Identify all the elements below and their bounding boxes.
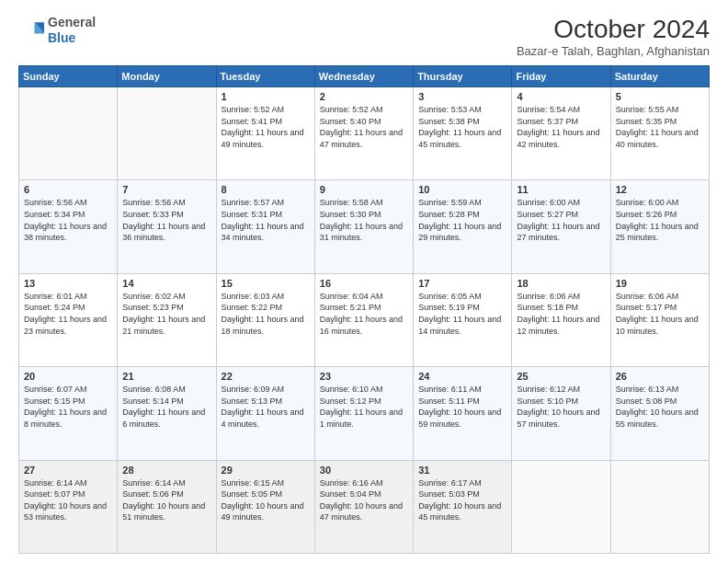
day-number: 24: [418, 371, 506, 382]
day-details: Sunrise: 5:52 AM Sunset: 5:40 PM Dayligh…: [320, 104, 408, 150]
week-row-1: 1Sunrise: 5:52 AM Sunset: 5:41 PM Daylig…: [19, 87, 710, 180]
weekday-header-row: SundayMondayTuesdayWednesdayThursdayFrid…: [19, 66, 710, 87]
day-number: 3: [418, 91, 506, 102]
month-title: October 2024: [517, 15, 710, 44]
day-number: 19: [616, 278, 704, 289]
week-row-4: 20Sunrise: 6:07 AM Sunset: 5:15 PM Dayli…: [19, 367, 710, 460]
calendar-cell: 28Sunrise: 6:14 AM Sunset: 5:06 PM Dayli…: [118, 460, 216, 553]
calendar-cell: 3Sunrise: 5:53 AM Sunset: 5:38 PM Daylig…: [414, 87, 512, 180]
day-number: 1: [222, 91, 310, 102]
day-number: 14: [122, 278, 210, 289]
day-number: 13: [24, 278, 112, 289]
day-number: 15: [222, 278, 310, 289]
day-details: Sunrise: 6:17 AM Sunset: 5:03 PM Dayligh…: [418, 477, 506, 523]
day-number: 17: [418, 278, 506, 289]
calendar-cell: 22Sunrise: 6:09 AM Sunset: 5:13 PM Dayli…: [216, 367, 314, 460]
calendar-cell: 23Sunrise: 6:10 AM Sunset: 5:12 PM Dayli…: [314, 367, 413, 460]
calendar-cell: 8Sunrise: 5:57 AM Sunset: 5:31 PM Daylig…: [216, 180, 314, 273]
day-number: 10: [418, 184, 506, 195]
day-number: 26: [616, 371, 704, 382]
day-details: Sunrise: 6:12 AM Sunset: 5:10 PM Dayligh…: [517, 384, 605, 430]
calendar-cell: 19Sunrise: 6:06 AM Sunset: 5:17 PM Dayli…: [610, 273, 709, 366]
calendar-cell: 10Sunrise: 5:59 AM Sunset: 5:28 PM Dayli…: [414, 180, 512, 273]
weekday-header-monday: Monday: [118, 66, 216, 87]
day-details: Sunrise: 6:00 AM Sunset: 5:26 PM Dayligh…: [616, 197, 704, 243]
weekday-header-sunday: Sunday: [19, 66, 118, 87]
logo-blue: Blue: [48, 30, 75, 45]
day-number: 21: [122, 371, 210, 382]
day-number: 28: [122, 465, 210, 476]
day-details: Sunrise: 5:56 AM Sunset: 5:34 PM Dayligh…: [24, 197, 112, 243]
logo-text: General Blue: [48, 15, 96, 46]
day-details: Sunrise: 6:06 AM Sunset: 5:18 PM Dayligh…: [517, 291, 605, 337]
calendar-cell: 14Sunrise: 6:02 AM Sunset: 5:23 PM Dayli…: [118, 273, 216, 366]
logo-icon: [18, 17, 44, 43]
calendar-cell: 31Sunrise: 6:17 AM Sunset: 5:03 PM Dayli…: [414, 460, 512, 553]
calendar-cell: 7Sunrise: 5:56 AM Sunset: 5:33 PM Daylig…: [118, 180, 216, 273]
calendar-table: SundayMondayTuesdayWednesdayThursdayFrid…: [18, 65, 710, 554]
day-number: 30: [320, 465, 408, 476]
weekday-header-thursday: Thursday: [414, 66, 512, 87]
day-details: Sunrise: 6:09 AM Sunset: 5:13 PM Dayligh…: [222, 384, 310, 430]
week-row-5: 27Sunrise: 6:14 AM Sunset: 5:07 PM Dayli…: [19, 460, 710, 553]
calendar-cell: 9Sunrise: 5:58 AM Sunset: 5:30 PM Daylig…: [314, 180, 413, 273]
day-details: Sunrise: 5:56 AM Sunset: 5:33 PM Dayligh…: [122, 197, 210, 243]
calendar-cell: [118, 87, 216, 180]
calendar-cell: 20Sunrise: 6:07 AM Sunset: 5:15 PM Dayli…: [19, 367, 118, 460]
calendar-cell: 11Sunrise: 6:00 AM Sunset: 5:27 PM Dayli…: [512, 180, 610, 273]
weekday-header-tuesday: Tuesday: [216, 66, 314, 87]
day-number: 5: [616, 91, 704, 102]
day-number: 27: [24, 465, 112, 476]
calendar-cell: 26Sunrise: 6:13 AM Sunset: 5:08 PM Dayli…: [610, 367, 709, 460]
day-details: Sunrise: 6:05 AM Sunset: 5:19 PM Dayligh…: [418, 291, 506, 337]
day-number: 18: [517, 278, 605, 289]
day-details: Sunrise: 5:54 AM Sunset: 5:37 PM Dayligh…: [517, 104, 605, 150]
calendar-cell: 2Sunrise: 5:52 AM Sunset: 5:40 PM Daylig…: [314, 87, 413, 180]
day-details: Sunrise: 6:14 AM Sunset: 5:06 PM Dayligh…: [122, 477, 210, 523]
calendar-cell: [512, 460, 610, 553]
calendar-cell: 12Sunrise: 6:00 AM Sunset: 5:26 PM Dayli…: [610, 180, 709, 273]
day-number: 16: [320, 278, 408, 289]
day-details: Sunrise: 6:03 AM Sunset: 5:22 PM Dayligh…: [222, 291, 310, 337]
day-details: Sunrise: 6:11 AM Sunset: 5:11 PM Dayligh…: [418, 384, 506, 430]
day-number: 11: [517, 184, 605, 195]
day-number: 7: [122, 184, 210, 195]
calendar-cell: 5Sunrise: 5:55 AM Sunset: 5:35 PM Daylig…: [610, 87, 709, 180]
calendar-cell: 18Sunrise: 6:06 AM Sunset: 5:18 PM Dayli…: [512, 273, 610, 366]
day-details: Sunrise: 5:57 AM Sunset: 5:31 PM Dayligh…: [222, 197, 310, 243]
day-number: 4: [517, 91, 605, 102]
day-number: 29: [222, 465, 310, 476]
logo: General Blue: [18, 15, 96, 46]
day-details: Sunrise: 6:13 AM Sunset: 5:08 PM Dayligh…: [616, 384, 704, 430]
day-number: 20: [24, 371, 112, 382]
day-details: Sunrise: 5:55 AM Sunset: 5:35 PM Dayligh…: [616, 104, 704, 150]
calendar-cell: [19, 87, 118, 180]
day-details: Sunrise: 6:15 AM Sunset: 5:05 PM Dayligh…: [222, 477, 310, 523]
day-details: Sunrise: 6:08 AM Sunset: 5:14 PM Dayligh…: [122, 384, 210, 430]
day-details: Sunrise: 6:00 AM Sunset: 5:27 PM Dayligh…: [517, 197, 605, 243]
day-details: Sunrise: 5:59 AM Sunset: 5:28 PM Dayligh…: [418, 197, 506, 243]
calendar-cell: 13Sunrise: 6:01 AM Sunset: 5:24 PM Dayli…: [19, 273, 118, 366]
day-number: 6: [24, 184, 112, 195]
day-details: Sunrise: 5:53 AM Sunset: 5:38 PM Dayligh…: [418, 104, 506, 150]
calendar-cell: 16Sunrise: 6:04 AM Sunset: 5:21 PM Dayli…: [314, 273, 413, 366]
day-details: Sunrise: 6:14 AM Sunset: 5:07 PM Dayligh…: [24, 477, 112, 523]
day-details: Sunrise: 5:52 AM Sunset: 5:41 PM Dayligh…: [222, 104, 310, 150]
calendar-cell: 30Sunrise: 6:16 AM Sunset: 5:04 PM Dayli…: [314, 460, 413, 553]
day-details: Sunrise: 6:10 AM Sunset: 5:12 PM Dayligh…: [320, 384, 408, 430]
location-subtitle: Bazar-e Talah, Baghlan, Afghanistan: [517, 44, 710, 58]
day-details: Sunrise: 6:16 AM Sunset: 5:04 PM Dayligh…: [320, 477, 408, 523]
weekday-header-friday: Friday: [512, 66, 610, 87]
day-number: 25: [517, 371, 605, 382]
day-number: 31: [418, 465, 506, 476]
day-details: Sunrise: 6:06 AM Sunset: 5:17 PM Dayligh…: [616, 291, 704, 337]
calendar-cell: 29Sunrise: 6:15 AM Sunset: 5:05 PM Dayli…: [216, 460, 314, 553]
day-number: 22: [222, 371, 310, 382]
header: General Blue October 2024 Bazar-e Talah,…: [18, 15, 710, 58]
calendar-cell: 15Sunrise: 6:03 AM Sunset: 5:22 PM Dayli…: [216, 273, 314, 366]
week-row-3: 13Sunrise: 6:01 AM Sunset: 5:24 PM Dayli…: [19, 273, 710, 366]
calendar-cell: 4Sunrise: 5:54 AM Sunset: 5:37 PM Daylig…: [512, 87, 610, 180]
day-details: Sunrise: 6:01 AM Sunset: 5:24 PM Dayligh…: [24, 291, 112, 337]
calendar-cell: 25Sunrise: 6:12 AM Sunset: 5:10 PM Dayli…: [512, 367, 610, 460]
day-number: 9: [320, 184, 408, 195]
